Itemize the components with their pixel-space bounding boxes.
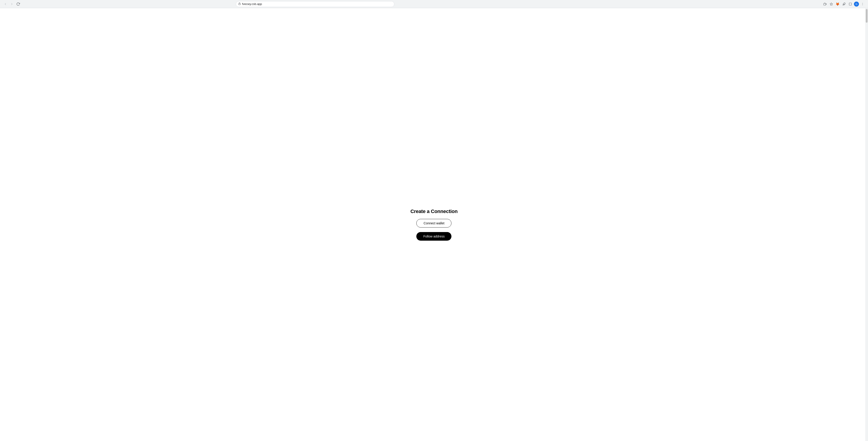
scrollbar-thumb[interactable] xyxy=(866,9,868,23)
connection-container: Create a Connection Connect wallet Follo… xyxy=(410,208,458,241)
connect-wallet-button[interactable]: Connect wallet xyxy=(416,219,452,228)
bookmark-button[interactable] xyxy=(829,1,834,7)
metamask-extension-button[interactable]: 🦊 xyxy=(835,1,840,7)
reload-button[interactable] xyxy=(16,1,21,7)
svg-marker-4 xyxy=(830,3,833,5)
page-content: Create a Connection Connect wallet Follo… xyxy=(0,8,868,441)
browser-actions: 🦊 G xyxy=(822,1,865,7)
svg-point-8 xyxy=(862,3,863,3)
nav-buttons xyxy=(3,1,21,7)
browser-chrome: fvecwy.csb.app 🦊 xyxy=(0,0,868,8)
screen-share-button[interactable] xyxy=(822,1,828,7)
window-button[interactable] xyxy=(847,1,853,7)
url-text: fvecwy.csb.app xyxy=(242,2,392,6)
page-heading: Create a Connection xyxy=(410,208,458,214)
back-button[interactable] xyxy=(3,1,8,7)
forward-button[interactable] xyxy=(9,1,14,7)
lock-icon xyxy=(238,2,241,6)
more-options-button[interactable] xyxy=(860,1,865,7)
scrollbar-track xyxy=(865,8,868,441)
svg-point-9 xyxy=(862,4,863,4)
address-bar[interactable]: fvecwy.csb.app xyxy=(236,1,394,7)
follow-address-button[interactable]: Follow address xyxy=(416,232,452,241)
svg-point-10 xyxy=(862,5,863,5)
extensions-button[interactable] xyxy=(841,1,847,7)
svg-rect-0 xyxy=(239,4,240,5)
svg-rect-7 xyxy=(849,3,852,5)
profile-avatar[interactable]: G xyxy=(854,2,859,7)
